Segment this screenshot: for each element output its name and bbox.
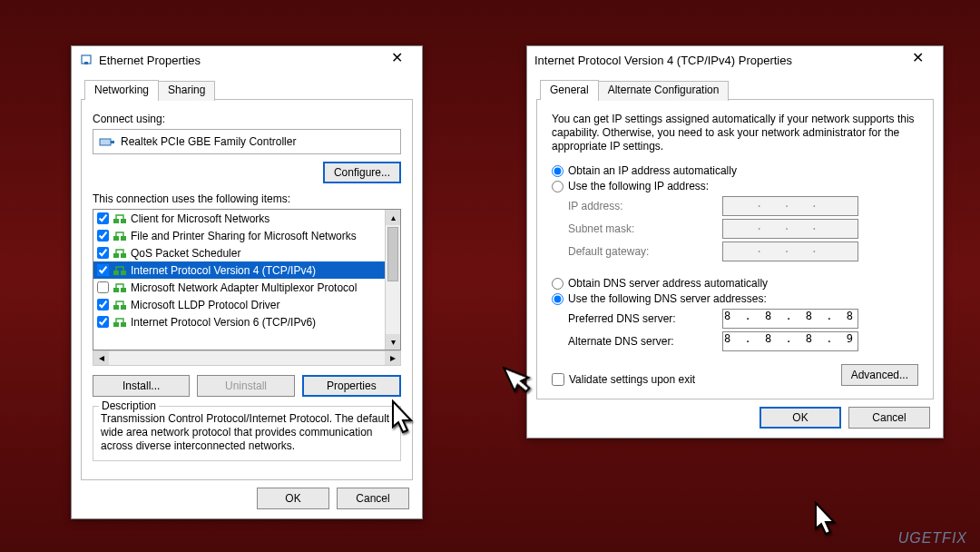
svg-rect-9: [121, 253, 126, 258]
protocol-icon: [113, 316, 127, 329]
svg-rect-5: [121, 219, 126, 223]
window-title: Ethernet Properties: [99, 54, 378, 67]
ip-address-label: IP address:: [568, 200, 722, 212]
gateway-label: Default gateway:: [568, 245, 722, 258]
svg-rect-15: [121, 305, 126, 310]
dns-manual-radio[interactable]: Use the following DNS server addresses:: [552, 292, 918, 305]
vertical-scrollbar[interactable]: ▴ ▾: [385, 210, 400, 350]
scroll-left-icon[interactable]: ◂: [93, 351, 109, 365]
svg-rect-2: [100, 139, 111, 145]
description-legend: Description: [99, 399, 159, 412]
ip-auto-radio[interactable]: Obtain an IP address automatically: [552, 164, 918, 177]
checkbox-icon[interactable]: [97, 281, 109, 293]
list-item-label: File and Printer Sharing for Microsoft N…: [131, 230, 357, 242]
list-item[interactable]: Internet Protocol Version 4 (TCP/IPv4): [93, 261, 385, 279]
radio-icon[interactable]: [552, 181, 564, 192]
list-item-label: Internet Protocol Version 4 (TCP/IPv4): [131, 264, 316, 277]
validate-checkbox[interactable]: Validate settings upon exit: [552, 373, 695, 386]
list-item[interactable]: Microsoft LLDP Protocol Driver: [93, 296, 385, 313]
ok-button[interactable]: OK: [760, 407, 841, 429]
checkbox-icon[interactable]: [97, 247, 109, 259]
protocol-icon: [113, 212, 127, 225]
list-item[interactable]: File and Printer Sharing for Microsoft N…: [93, 227, 385, 244]
description-fieldset: Description Transmission Control Protoco…: [93, 406, 401, 461]
network-adapter-icon: [99, 135, 115, 148]
list-item[interactable]: Internet Protocol Version 6 (TCP/IPv6): [93, 313, 385, 330]
cursor-pointer-icon: [804, 499, 842, 543]
protocol-icon: [113, 264, 127, 277]
alternate-dns-field[interactable]: 8 . 8 . 8 . 9: [722, 331, 858, 351]
tab-general[interactable]: General: [540, 80, 599, 100]
titlebar[interactable]: Ethernet Properties ✕: [72, 46, 422, 74]
titlebar[interactable]: Internet Protocol Version 4 (TCP/IPv4) P…: [527, 46, 943, 74]
gateway-field: . . .: [722, 242, 858, 261]
radio-icon[interactable]: [552, 165, 564, 177]
checkbox-icon[interactable]: [97, 230, 109, 242]
ip-address-field: . . .: [722, 196, 858, 216]
list-item-label: Microsoft Network Adapter Multiplexor Pr…: [131, 281, 357, 294]
checkbox-icon[interactable]: [97, 264, 109, 276]
dns-auto-radio[interactable]: Obtain DNS server address automatically: [552, 277, 918, 290]
adapter-name: Realtek PCIe GBE Family Controller: [121, 135, 296, 148]
checkbox-icon[interactable]: [97, 316, 109, 328]
list-item-label: Client for Microsoft Networks: [131, 212, 270, 225]
protocol-icon: [113, 299, 127, 311]
advanced-button[interactable]: Advanced...: [841, 364, 918, 386]
tab-alternate-configuration[interactable]: Alternate Configuration: [598, 81, 730, 101]
items-listbox[interactable]: Client for Microsoft NetworksFile and Pr…: [93, 209, 401, 350]
protocol-icon: [113, 230, 127, 242]
uninstall-button: Uninstall: [197, 375, 294, 397]
ethernet-properties-window: Ethernet Properties ✕ Networking Sharing…: [71, 45, 423, 519]
tab-networking[interactable]: Networking: [84, 80, 159, 100]
list-item[interactable]: Client for Microsoft Networks: [93, 210, 385, 227]
scroll-right-icon[interactable]: ▸: [385, 351, 400, 365]
radio-icon[interactable]: [552, 293, 564, 305]
preferred-dns-label: Preferred DNS server:: [568, 312, 722, 325]
install-button[interactable]: Install...: [93, 375, 190, 397]
svg-rect-14: [113, 305, 119, 310]
close-icon[interactable]: ✕: [899, 48, 936, 72]
cancel-button[interactable]: Cancel: [337, 488, 409, 509]
checkbox-icon[interactable]: [552, 373, 564, 386]
svg-rect-12: [113, 288, 119, 292]
adapter-box[interactable]: Realtek PCIe GBE Family Controller: [93, 129, 401, 154]
svg-rect-4: [113, 219, 119, 223]
list-item-label: Microsoft LLDP Protocol Driver: [131, 299, 280, 311]
svg-rect-13: [121, 288, 126, 292]
svg-rect-1: [84, 62, 88, 64]
svg-rect-17: [121, 322, 126, 327]
svg-rect-16: [113, 322, 119, 327]
alternate-dns-label: Alternate DNS server:: [568, 335, 722, 348]
protocol-icon: [113, 247, 127, 260]
svg-rect-6: [113, 236, 119, 241]
preferred-dns-field[interactable]: 8 . 8 . 8 . 8: [722, 309, 858, 329]
svg-rect-10: [113, 271, 119, 275]
list-item-label: Internet Protocol Version 6 (TCP/IPv6): [131, 316, 316, 329]
radio-icon[interactable]: [552, 278, 564, 290]
checkbox-icon[interactable]: [97, 299, 109, 310]
protocol-icon: [113, 281, 127, 294]
properties-button[interactable]: Properties: [302, 375, 401, 397]
ipv4-properties-window: Internet Protocol Version 4 (TCP/IPv4) P…: [526, 45, 944, 439]
list-item[interactable]: Microsoft Network Adapter Multiplexor Pr…: [93, 279, 385, 296]
close-icon[interactable]: ✕: [378, 48, 415, 72]
subnet-mask-field: . . .: [722, 219, 858, 239]
svg-rect-3: [111, 141, 114, 143]
checkbox-icon[interactable]: [97, 212, 109, 224]
scroll-down-icon[interactable]: ▾: [386, 334, 400, 350]
connect-using-label: Connect using:: [93, 113, 401, 125]
cancel-button[interactable]: Cancel: [848, 407, 930, 429]
ethernet-icon: [79, 53, 93, 67]
description-text: Transmission Control Protocol/Internet P…: [101, 412, 393, 453]
svg-rect-7: [121, 236, 126, 241]
scroll-up-icon[interactable]: ▴: [386, 210, 400, 225]
svg-rect-11: [121, 271, 126, 275]
ok-button[interactable]: OK: [257, 488, 329, 509]
horizontal-scrollbar[interactable]: ◂ ▸: [93, 350, 401, 366]
tab-sharing[interactable]: Sharing: [158, 81, 215, 101]
configure-button[interactable]: Configure...: [323, 162, 401, 183]
list-item[interactable]: QoS Packet Scheduler: [93, 244, 385, 261]
ip-manual-radio[interactable]: Use the following IP address:: [552, 180, 918, 192]
scroll-thumb[interactable]: [387, 227, 398, 281]
window-title: Internet Protocol Version 4 (TCP/IPv4) P…: [534, 54, 899, 67]
